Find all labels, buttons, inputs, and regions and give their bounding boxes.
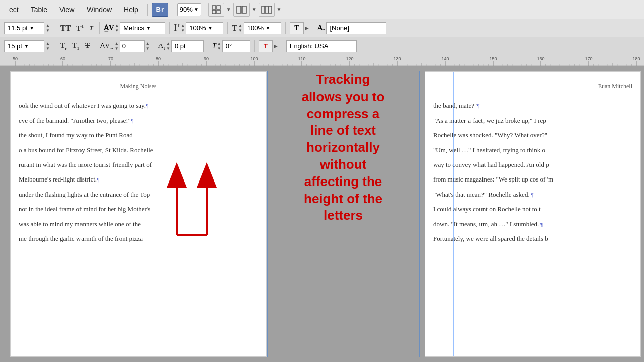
left-page: Making Noises ook the wind out of whatev… bbox=[10, 71, 267, 357]
font-style-arrow[interactable]: ▶ bbox=[305, 25, 309, 31]
r-para-10: Fortunately, we were all spared the deta… bbox=[433, 233, 632, 244]
layout-icon-3[interactable] bbox=[259, 3, 275, 17]
sep-r2-1 bbox=[54, 40, 54, 52]
av-tracking-label: A̲V↔ bbox=[100, 42, 113, 51]
sep-r2-2 bbox=[96, 40, 96, 52]
tracking-spin[interactable]: ▲ ▼ bbox=[115, 40, 119, 52]
t1-button[interactable]: T1 bbox=[74, 23, 86, 34]
angle-dropdown[interactable]: 0° bbox=[222, 40, 250, 52]
language-dropdown[interactable]: English: USA bbox=[286, 40, 357, 52]
r-para-5: way to convey what had happened. An old … bbox=[433, 159, 632, 170]
svg-text:60: 60 bbox=[60, 56, 65, 61]
vertical-scale-group: IT ▲ ▼ 100% ▼ bbox=[174, 22, 223, 34]
angle-value: 0° bbox=[226, 42, 232, 50]
font-size-group-2: 15 pt ▼ ▲ ▼ bbox=[4, 40, 50, 52]
baseline-dropdown[interactable]: 0 pt bbox=[171, 40, 204, 52]
svg-text:50: 50 bbox=[13, 56, 18, 61]
strike-arrow[interactable]: ▶ bbox=[274, 43, 278, 49]
svg-text:70: 70 bbox=[108, 56, 113, 61]
layout-svg-2 bbox=[236, 5, 247, 15]
arrow-annotation bbox=[151, 157, 242, 241]
layout-arrow-1[interactable]: ▼ bbox=[226, 7, 231, 12]
baseline-value: 0 pt bbox=[175, 42, 186, 50]
column-divider-2 bbox=[419, 71, 420, 357]
svg-text:160: 160 bbox=[537, 56, 544, 61]
r-para-7: "What's that mean?" Rochelle asked. ¶ bbox=[433, 189, 632, 200]
br-button[interactable]: Br bbox=[152, 3, 168, 17]
para-2: eye of the barmaid. "Another two, please… bbox=[19, 115, 258, 126]
style-dropdown[interactable]: [None] bbox=[326, 22, 386, 34]
baseline-group: A↕ ▲ ▼ 0 pt bbox=[158, 40, 204, 52]
menu-window[interactable]: Window bbox=[82, 4, 117, 16]
ruler: // This runs inside SVG context — genera… bbox=[0, 55, 644, 66]
svg-rect-5 bbox=[242, 6, 246, 13]
t-label: T bbox=[232, 24, 237, 33]
ruler-svg: // This runs inside SVG context — genera… bbox=[0, 55, 644, 66]
red-arrows-svg bbox=[151, 157, 242, 238]
ann-line8: height of the bbox=[302, 191, 385, 208]
para-1: ook the wind out of whatever I was going… bbox=[19, 100, 258, 111]
sep5 bbox=[285, 22, 286, 34]
main-area: Making Noises ook the wind out of whatev… bbox=[0, 66, 644, 362]
annotation-text: Tracking allows you to compress a line o… bbox=[297, 71, 390, 224]
menu-help[interactable]: Help bbox=[119, 4, 143, 16]
svg-marker-232 bbox=[167, 162, 187, 188]
hscale-spin[interactable]: ▲ ▼ bbox=[238, 22, 243, 34]
ann-line1: Tracking bbox=[302, 71, 385, 88]
tracking-field-spin[interactable]: ▲ ▼ bbox=[146, 40, 150, 52]
layout-arrow-3[interactable]: ▼ bbox=[277, 7, 282, 12]
svg-text:80: 80 bbox=[156, 56, 161, 61]
separator-1 bbox=[147, 4, 148, 16]
svg-text:110: 110 bbox=[298, 56, 305, 61]
angle-spin[interactable]: ▲ ▼ bbox=[217, 40, 221, 52]
para-3: the shout, I found my way to the Punt Ro… bbox=[19, 130, 258, 140]
ann-line4: line of text bbox=[302, 122, 385, 139]
hscale-value: 100% bbox=[247, 24, 264, 32]
font-size-1-value: 11.5 pt bbox=[8, 24, 28, 32]
spin-down[interactable]: ▼ bbox=[46, 28, 50, 33]
vscale-spin[interactable]: ▲ ▼ bbox=[181, 22, 185, 34]
baseline-spin[interactable]: ▲ ▼ bbox=[166, 40, 170, 52]
annotation-overlay: Tracking allows you to compress a line o… bbox=[268, 66, 419, 362]
zoom-control[interactable]: 90% ▼ bbox=[177, 3, 201, 16]
t-sub-button[interactable]: T1 bbox=[70, 41, 82, 52]
t-strikethrough[interactable]: T bbox=[83, 41, 92, 51]
svg-rect-8 bbox=[269, 6, 272, 13]
sep-r2-6 bbox=[282, 40, 282, 52]
layout-icon-1[interactable] bbox=[208, 3, 224, 17]
hscale-dropdown[interactable]: 100% ▼ bbox=[244, 22, 281, 34]
svg-rect-0 bbox=[212, 6, 216, 9]
font-size-1-spin[interactable]: ▲ ▼ bbox=[46, 22, 50, 34]
bold-t-button[interactable]: T bbox=[290, 22, 304, 34]
menu-ect[interactable]: ect bbox=[4, 4, 24, 16]
ann-line6: without bbox=[302, 156, 385, 173]
layout-arrow-2[interactable]: ▼ bbox=[252, 7, 257, 12]
strike-button[interactable]: T bbox=[259, 40, 273, 52]
vscale-dropdown[interactable]: 100% ▼ bbox=[186, 22, 223, 34]
font-size-1-field[interactable]: 11.5 pt ▼ bbox=[4, 22, 44, 34]
r-para-4: "Um, well …" I hesitated, trying to thin… bbox=[433, 145, 632, 155]
layout-icon-2[interactable] bbox=[233, 3, 250, 17]
t-button[interactable]: T bbox=[87, 23, 95, 33]
font-size-2-field[interactable]: 15 pt ▼ bbox=[4, 40, 44, 52]
tt-button[interactable]: TT bbox=[58, 23, 73, 34]
spin-up[interactable]: ▲ bbox=[46, 23, 50, 28]
menu-view[interactable]: View bbox=[54, 4, 79, 16]
tracking-field[interactable]: 0 bbox=[120, 40, 145, 52]
font-size-2-spin[interactable]: ▲ ▼ bbox=[46, 40, 50, 52]
sep4 bbox=[227, 22, 228, 34]
type-style-group: TT T1 T bbox=[58, 23, 95, 34]
sep2 bbox=[99, 22, 100, 34]
svg-rect-9 bbox=[0, 55, 644, 66]
type-style-group-2: Tr T1 T bbox=[58, 41, 92, 52]
r-para-3: Rochelle was shocked. "Why? What over?" bbox=[433, 130, 632, 140]
menu-table[interactable]: Table bbox=[26, 4, 52, 16]
tracking-group: A̲V↔ ▲ ▼ 0 ▲ ▼ bbox=[100, 40, 149, 52]
right-page: Euan Mitchell the band, mate?"¶ "As a ma… bbox=[425, 71, 641, 357]
sep3 bbox=[169, 22, 170, 34]
svg-rect-1 bbox=[217, 6, 220, 9]
left-margin-line bbox=[39, 72, 39, 356]
kerning-spin[interactable]: ▲ ▼ bbox=[115, 22, 119, 34]
kerning-dropdown[interactable]: Metrics ▼ bbox=[120, 22, 165, 34]
tr-button[interactable]: Tr bbox=[58, 41, 69, 52]
